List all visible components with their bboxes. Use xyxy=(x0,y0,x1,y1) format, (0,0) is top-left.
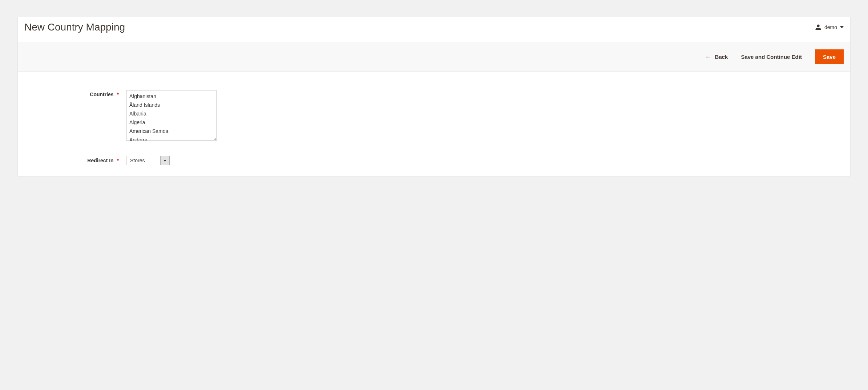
countries-label-text: Countries xyxy=(90,92,113,97)
countries-control: AfghanistanÅland IslandsAlbaniaAlgeriaAm… xyxy=(126,90,217,141)
arrow-left-icon: ← xyxy=(705,54,711,60)
back-label: Back xyxy=(715,54,728,60)
country-option[interactable]: American Samoa xyxy=(129,127,214,135)
user-label: demo xyxy=(824,24,837,30)
redirect-in-label: Redirect In * xyxy=(24,158,126,163)
form-area: Countries * AfghanistanÅland IslandsAlba… xyxy=(18,72,850,176)
back-button[interactable]: ← Back xyxy=(705,54,728,60)
save-label: Save xyxy=(823,54,836,60)
redirect-in-value: Stores xyxy=(126,156,160,165)
select-toggle[interactable] xyxy=(160,156,170,165)
redirect-in-control: Stores xyxy=(126,156,170,165)
redirect-in-label-text: Redirect In xyxy=(87,158,113,163)
action-bar: ← Back Save and Continue Edit Save xyxy=(18,42,850,72)
user-menu[interactable]: demo xyxy=(815,24,844,31)
country-option[interactable]: Albania xyxy=(129,109,214,118)
page-header: New Country Mapping demo xyxy=(18,17,850,42)
country-option[interactable]: Afghanistan xyxy=(129,92,214,101)
save-button[interactable]: Save xyxy=(815,49,844,64)
save-continue-button[interactable]: Save and Continue Edit xyxy=(741,54,802,60)
country-option[interactable]: Andorra xyxy=(129,135,214,141)
countries-row: Countries * AfghanistanÅland IslandsAlba… xyxy=(24,90,844,141)
required-mark: * xyxy=(117,158,119,163)
caret-down-icon xyxy=(163,160,166,162)
save-continue-label: Save and Continue Edit xyxy=(741,54,802,60)
required-mark: * xyxy=(117,92,119,97)
user-icon xyxy=(815,24,821,31)
country-option[interactable]: Åland Islands xyxy=(129,101,214,109)
country-option[interactable]: Algeria xyxy=(129,118,214,127)
redirect-in-select[interactable]: Stores xyxy=(126,156,170,165)
redirect-in-row: Redirect In * Stores xyxy=(24,156,844,165)
countries-label: Countries * xyxy=(24,90,126,97)
caret-down-icon xyxy=(840,26,844,28)
main-panel: New Country Mapping demo ← Back Save and… xyxy=(17,17,851,176)
page-title: New Country Mapping xyxy=(24,21,125,33)
countries-multiselect[interactable]: AfghanistanÅland IslandsAlbaniaAlgeriaAm… xyxy=(126,90,217,141)
